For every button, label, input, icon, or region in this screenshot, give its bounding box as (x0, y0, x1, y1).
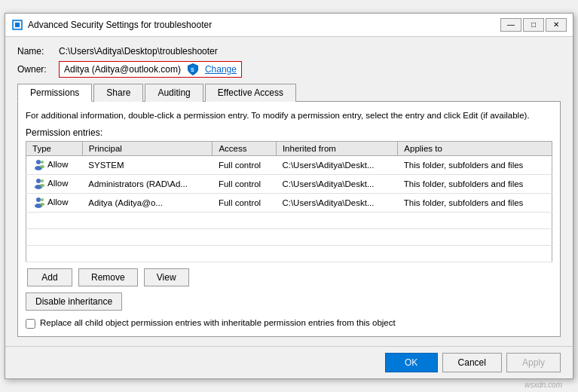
cell-inherited-from: C:\Users\Aditya\Deskt... (276, 194, 397, 213)
remove-button[interactable]: Remove (78, 268, 138, 286)
cell-inherited-from: C:\Users\Aditya\Deskt... (276, 156, 397, 175)
cell-principal: Aditya (Aditya@o... (82, 194, 213, 213)
col-applies-to: Applies to (398, 142, 552, 156)
svg-point-8 (36, 179, 41, 183)
cell-type: Allow (26, 175, 83, 194)
tab-permissions[interactable]: Permissions (17, 84, 92, 102)
cell-type: Allow (26, 156, 83, 175)
cell-applies-to: This folder, subfolders and files (398, 175, 552, 194)
col-principal: Principal (82, 142, 213, 156)
svg-point-14 (41, 198, 44, 201)
svg-point-7 (40, 165, 44, 168)
col-inherited-from: Inherited from (276, 142, 397, 156)
tab-bar: Permissions Share Auditing Effective Acc… (17, 84, 561, 102)
cell-inherited-from: C:\Users\Aditya\Deskt... (276, 175, 397, 194)
table-row[interactable]: Allow Aditya (Aditya@o...Full controlC:\… (26, 194, 552, 213)
cell-access: Full control (213, 156, 276, 175)
svg-text:S: S (191, 67, 194, 72)
view-button[interactable]: View (144, 268, 189, 286)
watermark: wsxdn.com (524, 381, 562, 389)
maximize-button[interactable]: □ (523, 18, 544, 32)
shield-icon: S (187, 63, 199, 75)
disable-inheritance-button[interactable]: Disable inheritance (26, 292, 122, 311)
table-row-empty (26, 213, 552, 229)
owner-label: Owner: (17, 64, 59, 75)
checkbox-row: Replace all child object permission entr… (26, 318, 552, 329)
entries-label: Permission entries: (26, 127, 552, 138)
window-title: Advanced Security Settings for troublesh… (28, 20, 500, 30)
change-link[interactable]: Change (205, 64, 237, 75)
svg-point-11 (40, 184, 44, 187)
svg-point-6 (41, 161, 44, 164)
table-row-empty (26, 229, 552, 246)
name-label: Name: (17, 46, 59, 57)
tab-auditing[interactable]: Auditing (145, 84, 203, 102)
cell-type: Allow (26, 194, 83, 213)
table-row-empty (26, 246, 552, 262)
table-body: Allow SYSTEMFull controlC:\Users\Aditya\… (26, 156, 552, 262)
svg-rect-2 (15, 23, 20, 27)
user-icon (32, 177, 44, 189)
apply-button[interactable]: Apply (506, 353, 561, 372)
owner-row: Owner: Aditya (Aditya@outlook.com) S Cha… (17, 61, 561, 78)
close-button[interactable]: ✕ (546, 18, 567, 32)
user-icon (32, 196, 44, 208)
svg-point-10 (41, 179, 44, 182)
ok-button[interactable]: OK (385, 353, 438, 372)
svg-point-15 (40, 203, 44, 206)
dialog-content: Name: C:\Users\Aditya\Desktop\troublesho… (5, 37, 573, 346)
action-buttons: Add Remove View (26, 268, 552, 286)
table-row[interactable]: Allow Administrators (RAD\Ad...Full cont… (26, 175, 552, 194)
cell-applies-to: This folder, subfolders and files (398, 156, 552, 175)
cell-access: Full control (213, 175, 276, 194)
owner-value: Aditya (Aditya@outlook.com) (64, 64, 181, 75)
window-controls: — □ ✕ (500, 18, 567, 32)
table-row[interactable]: Allow SYSTEMFull controlC:\Users\Aditya\… (26, 156, 552, 175)
user-icon (32, 158, 44, 170)
tab-content: For additional information, double-click… (17, 102, 561, 337)
cell-access: Full control (213, 194, 276, 213)
cancel-button[interactable]: Cancel (442, 353, 502, 372)
col-type: Type (26, 142, 83, 156)
main-window: Advanced Security Settings for troublesh… (5, 13, 573, 379)
replace-checkbox[interactable] (26, 319, 35, 329)
titlebar: Advanced Security Settings for troublesh… (5, 14, 573, 37)
cell-principal: SYSTEM (82, 156, 213, 175)
svg-point-12 (36, 198, 41, 202)
tab-effective-access[interactable]: Effective Access (205, 84, 296, 102)
tab-share[interactable]: Share (93, 84, 143, 102)
info-text: For additional information, double-click… (26, 109, 552, 121)
owner-box: Aditya (Aditya@outlook.com) S Change (59, 61, 242, 78)
checkbox-label[interactable]: Replace all child object permission entr… (40, 318, 396, 327)
cell-applies-to: This folder, subfolders and files (398, 194, 552, 213)
dialog-footer: OK Cancel Apply wsxdn.com (5, 346, 573, 378)
minimize-button[interactable]: — (500, 18, 521, 32)
name-row: Name: C:\Users\Aditya\Desktop\troublesho… (17, 46, 561, 57)
permissions-table: Type Principal Access Inherited from App… (26, 141, 552, 262)
table-header: Type Principal Access Inherited from App… (26, 142, 552, 156)
svg-point-4 (36, 160, 41, 164)
name-value: C:\Users\Aditya\Desktop\troubleshooter (59, 46, 218, 57)
col-access: Access (213, 142, 276, 156)
window-icon (11, 19, 23, 31)
add-button[interactable]: Add (27, 268, 72, 286)
cell-principal: Administrators (RAD\Ad... (82, 175, 213, 194)
